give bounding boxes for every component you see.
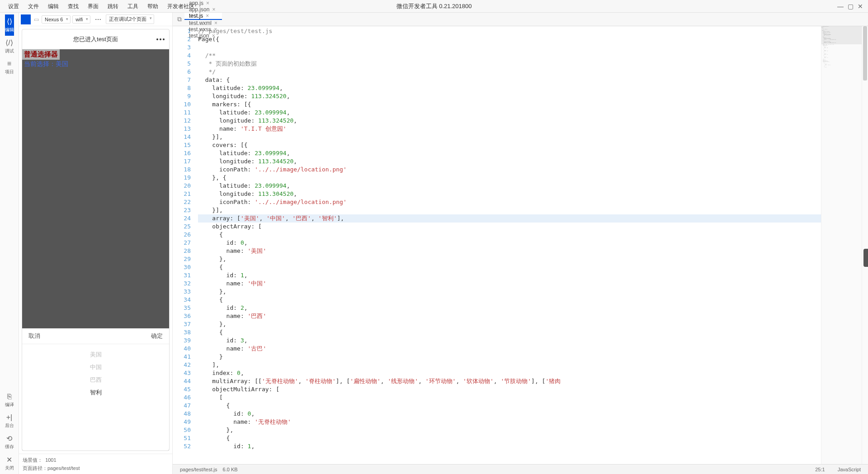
picker-option[interactable]: 智利 — [90, 389, 102, 397]
sidebar-icon: ⟨⟩ — [5, 17, 14, 26]
picker-option[interactable]: 巴西 — [90, 376, 102, 384]
menu-文件[interactable]: 文件 — [24, 3, 43, 9]
window-title: 微信开发者工具 0.21.201800 — [396, 2, 472, 10]
device-title: 您已进入test页面 — [73, 35, 118, 43]
left-sidebar: ⟨⟩编辑⟨/⟩调试≡项目 ⎘编译+|后台⟲缓存✕关闭 — [0, 13, 19, 474]
menu-设置[interactable]: 设置 — [4, 3, 24, 9]
vertical-scrollbar[interactable] — [862, 26, 868, 464]
device-select[interactable]: Nexus 6 — [42, 15, 71, 24]
close-tab-icon[interactable]: × — [214, 20, 217, 26]
simulator-toolbar: ▭ Nexus 6 wifi ⋯ 正在调试2个页面 — [19, 13, 172, 26]
minimap[interactable]: // pages/test/test.jsPage({ /** * 页面的初始数… — [821, 26, 862, 464]
device-navbar: 您已进入test页面 — [22, 29, 169, 49]
status-language[interactable]: JavaScript — [835, 467, 863, 472]
picker-current[interactable]: 当前选择：美国 — [22, 59, 70, 69]
network-select[interactable]: wifi — [72, 15, 90, 24]
picker-list[interactable]: 美国中国巴西智利 — [22, 344, 169, 397]
sidebar-icon: ≡ — [5, 60, 14, 68]
device-frame: 您已进入test页面 普通选择器 当前选择：美国 取消 确定 — [22, 29, 170, 451]
right-pull-handle[interactable] — [863, 249, 868, 267]
status-bar: pages/test/test.js 6.0 KB 25:1 JavaScrip… — [173, 464, 868, 474]
status-path: pages/test/test.js — [177, 467, 220, 472]
menu-编辑[interactable]: 编辑 — [43, 3, 63, 9]
debug-pages-dropdown[interactable]: 正在调试2个页面 — [106, 14, 154, 24]
sidebar-缓存[interactable]: ⟲缓存 — [5, 431, 14, 453]
sidebar-icon: ⟨/⟩ — [5, 38, 14, 47]
line-gutter: 1234567891011121314151617181920212223242… — [173, 26, 194, 464]
sidebar-后台[interactable]: +|后台 — [5, 411, 14, 431]
close-tab-icon[interactable]: × — [212, 33, 215, 39]
sim-color-swatch[interactable] — [21, 14, 31, 24]
capsule-button[interactable] — [156, 38, 165, 40]
simulator-panel: ▭ Nexus 6 wifi ⋯ 正在调试2个页面 您已进入test页面 普通选… — [19, 13, 173, 474]
code-editor[interactable]: // pages/test/test.jsPage({ /** * 页面的初始数… — [194, 26, 821, 464]
sidebar-icon: ⟲ — [5, 434, 14, 443]
sidebar-编辑[interactable]: ⟨⟩编辑 — [5, 14, 14, 36]
tab-test.wxss[interactable]: test.wxss× — [184, 26, 222, 33]
menu-帮助[interactable]: 帮助 — [143, 3, 163, 9]
sidebar-编译[interactable]: ⎘编译 — [5, 390, 14, 411]
status-linecol[interactable]: 25:1 — [812, 467, 827, 472]
close-tab-icon[interactable]: × — [212, 6, 215, 13]
more-icon[interactable]: ⋯ — [92, 16, 104, 23]
minimize-icon[interactable]: — — [836, 2, 844, 10]
picker-confirm-button[interactable]: 确定 — [151, 332, 163, 340]
picker-sheet: 取消 确定 美国中国巴西智利 — [22, 328, 169, 450]
device-body[interactable]: 普通选择器 当前选择：美国 取消 确定 美国中国巴西智利 — [22, 49, 169, 450]
tab-app.json[interactable]: app.json× — [184, 6, 222, 13]
orientation-icon[interactable]: ▭ — [33, 16, 40, 23]
sidebar-调试[interactable]: ⟨/⟩调试 — [5, 36, 14, 57]
editor-area: ⧉ app.js×app.json×test.js×test.wxml×test… — [173, 13, 868, 474]
sidebar-项目[interactable]: ≡项目 — [5, 57, 14, 78]
sidebar-icon: ✕ — [5, 455, 14, 464]
menu-界面[interactable]: 界面 — [83, 3, 103, 9]
picker-cancel-button[interactable]: 取消 — [28, 332, 40, 340]
tab-test.json[interactable]: test.json× — [184, 33, 222, 39]
editor-tabs: ⧉ app.js×app.json×test.js×test.wxml×test… — [173, 13, 868, 26]
close-tab-icon[interactable]: × — [214, 26, 217, 33]
menu-查找[interactable]: 查找 — [63, 3, 83, 9]
maximize-icon[interactable]: ▢ — [846, 2, 854, 10]
simulator-footer: 场景值： 1001 页面路径：pages/test/test — [19, 454, 172, 474]
sidebar-icon: +| — [5, 413, 14, 422]
tab-app.js[interactable]: app.js× — [184, 0, 222, 6]
sidebar-关闭[interactable]: ✕关闭 — [5, 453, 14, 474]
menu-跳转[interactable]: 跳转 — [103, 3, 123, 9]
status-size: 6.0 KB — [220, 467, 241, 472]
close-icon[interactable]: ✕ — [856, 2, 864, 10]
menu-bar: 设置文件编辑查找界面跳转工具帮助开发者社区 微信开发者工具 0.21.20180… — [0, 0, 868, 13]
close-tab-icon[interactable]: × — [206, 0, 209, 6]
menu-工具[interactable]: 工具 — [123, 3, 143, 9]
sidebar-icon: ⎘ — [5, 393, 14, 401]
tab-test.wxml[interactable]: test.wxml× — [184, 20, 222, 26]
picker-title: 普通选择器 — [22, 49, 60, 60]
tab-test.js[interactable]: test.js× — [184, 13, 222, 20]
tab-list-icon[interactable]: ⧉ — [175, 15, 184, 23]
close-tab-icon[interactable]: × — [206, 13, 209, 19]
picker-option[interactable]: 中国 — [90, 363, 102, 371]
picker-option[interactable]: 美国 — [90, 351, 102, 359]
